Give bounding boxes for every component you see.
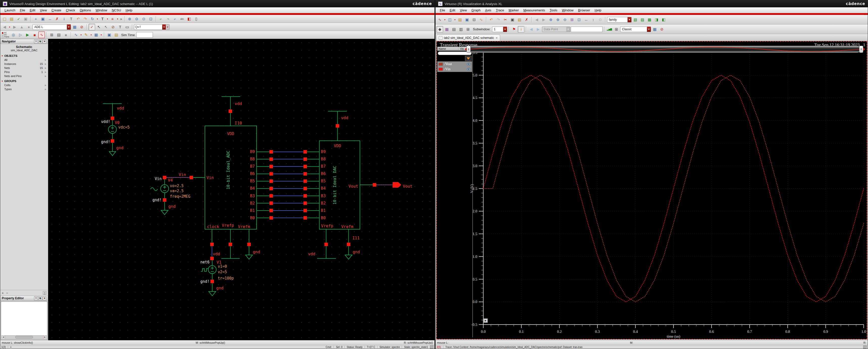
add-button[interactable]: + [2,291,4,295]
create-note-icon[interactable]: ▯ [193,16,199,22]
create-bus-icon[interactable]: ⌐ [172,16,178,22]
dropdown-arrow-icon[interactable]: ▾ [116,16,119,22]
wire-name-icon[interactable]: abc [179,16,185,22]
navigator-item-pins[interactable]: Pins1▶ [0,70,48,74]
menu-check[interactable]: Check [64,8,78,12]
select-single-icon[interactable]: ↖ [103,24,109,30]
navigator-section-header[interactable]: ▼GROUPS [0,79,48,83]
select-add-icon[interactable]: ↖ [96,24,102,30]
previous-point-icon[interactable]: ◀ [528,26,534,33]
zoom-box-icon[interactable]: ⊡ [576,17,582,23]
combo-dropdown-icon[interactable]: ▼ [647,27,651,32]
menu-edit[interactable]: Edit [28,8,38,12]
combo-dropdown-icon[interactable]: ▼ [566,27,570,32]
visibility-eye-icon[interactable] [467,68,471,70]
stretch-icon[interactable]: ↔ [47,16,53,22]
menu-ncsu[interactable]: NCSU [110,8,123,12]
menu-view[interactable]: View [38,8,49,12]
properties-icon[interactable]: i [61,16,67,22]
zoom-out-icon[interactable]: ⊖ [133,16,140,22]
hierarchy-editor-icon[interactable]: ▦ [71,24,78,30]
menu-window[interactable]: Window [93,8,110,12]
menu-graph[interactable]: Graph [469,8,483,12]
menu-marker[interactable]: Marker [506,8,521,12]
dropdown-arrow-icon[interactable]: ▾ [100,32,102,38]
vertical-layout-icon[interactable]: ▥ [458,26,464,33]
dropdown-arrow-icon[interactable]: ▾ [8,24,11,30]
select-mode-icon[interactable]: ✓ [89,24,95,30]
save-icon[interactable]: ▣ [23,16,29,22]
sim-time-input[interactable] [136,32,153,38]
whatif-icon[interactable]: ▣ [106,32,113,38]
next-point-icon[interactable]: ▶ [535,26,541,33]
zoom-in-icon[interactable]: ⊕ [548,17,554,23]
menu-axis[interactable]: Axis [483,8,494,12]
v4-plus-pin[interactable] [163,176,166,179]
subwindow-combo[interactable]: 1▼ [492,27,507,32]
legend-divider[interactable] [472,46,473,338]
calculator-icon[interactable]: ⊞ [49,32,55,38]
close-hierarchy-icon[interactable]: ⊘ [79,24,85,30]
move-icon[interactable]: + [33,16,39,22]
print-icon[interactable]: ⊟ [471,17,477,23]
next-view-icon[interactable]: ▶ [540,17,547,23]
property-editor-float-button[interactable]: ⧉ [38,296,42,300]
snapshot-icon[interactable]: ∿ [478,17,485,23]
deselect-icon[interactable]: ⊘ [110,24,116,30]
redo-icon[interactable]: ↷ [495,17,502,23]
family-combo[interactable]: family▼ [607,17,631,23]
menu-window[interactable]: Window [560,8,576,12]
netlist-icon[interactable]: ▷ [17,32,24,38]
filter-funnel-button[interactable] [465,56,472,61]
menu-browser[interactable]: Browser [576,8,592,12]
scroll-right-arrow[interactable]: ▶ [43,336,46,339]
dac-vrefp-pin-square[interactable] [324,243,328,246]
property-editor-content[interactable]: ◀ ▶ [1,301,48,340]
adc-vrefp-pin-square[interactable] [228,243,232,246]
trace-wand-icon[interactable]: ◆ [436,26,443,33]
x-range-slider[interactable]: ‖ ‖ [465,46,865,53]
forward-icon[interactable]: ▶ [11,24,18,30]
stop-simulation-icon[interactable]: ■ [31,32,38,38]
dropdown-arrow-icon[interactable]: ▾ [443,17,446,23]
menu-launch[interactable]: Launch [2,8,18,12]
menu-measurements[interactable]: Measurements [521,8,547,12]
v0-plus-pin[interactable] [111,116,114,120]
cards-icon[interactable]: ▦ [443,26,450,33]
menu-view[interactable]: View [458,8,469,12]
navigator-section-header[interactable]: ▼OBJECTS [0,54,48,58]
zoom-out-icon[interactable]: ⊖ [562,17,568,23]
select-area-icon[interactable]: ▭ [124,24,130,30]
new-subwindow-icon[interactable]: ◫ [446,17,453,23]
plot-outputs-icon[interactable]: ∿ [73,32,79,38]
vin-wire-pin[interactable] [189,176,193,179]
undo-icon[interactable]: ↶ [488,17,495,23]
remove-button[interactable]: − [6,291,8,295]
table-delete-icon[interactable]: ⊘ [658,26,665,33]
ade-mode-combo[interactable]: ADE L▼ [33,24,71,30]
graph-subwindow[interactable]: -0.50.00.51.01.52.02.53.03.54.04.55.05.5… [436,41,867,340]
mode-trans[interactable]: Trans [2,36,9,38]
split-strips-icon[interactable]: ▩ [646,17,653,23]
legend-row-vin[interactable]: /Vin [437,67,472,72]
vout-wire-pin[interactable] [373,183,376,186]
slider-left-handle[interactable]: ‖ [467,46,471,53]
navigator-item-all[interactable]: All▶ [0,58,48,62]
navigator-close-button[interactable]: ✕ [43,40,46,43]
search-input[interactable]: f [140,25,162,29]
calculator-icon[interactable]: ⊞ [613,26,620,33]
copy-icon[interactable]: ▣ [509,17,516,23]
undo-icon[interactable]: ↶ [75,16,82,22]
label-text-icon[interactable]: T [99,16,106,22]
grid-layout-icon[interactable]: ⊞ [465,26,471,33]
create-wire-icon[interactable]: ⌐ [158,16,164,22]
delete-icon[interactable]: ✗ [54,16,60,22]
up-hierarchy-icon[interactable]: ▲ [19,24,25,30]
open-icon[interactable]: ▤ [8,16,15,22]
slider-left-arrow-icon[interactable] [465,48,467,51]
point-value-input[interactable] [571,27,602,32]
zoom-fit-icon[interactable]: ⊡ [148,16,154,22]
combo-dropdown-icon[interactable]: ▼ [67,25,71,30]
results-browser-icon[interactable]: ▤ [56,32,62,38]
previous-view-icon[interactable]: ◀ [533,17,540,23]
